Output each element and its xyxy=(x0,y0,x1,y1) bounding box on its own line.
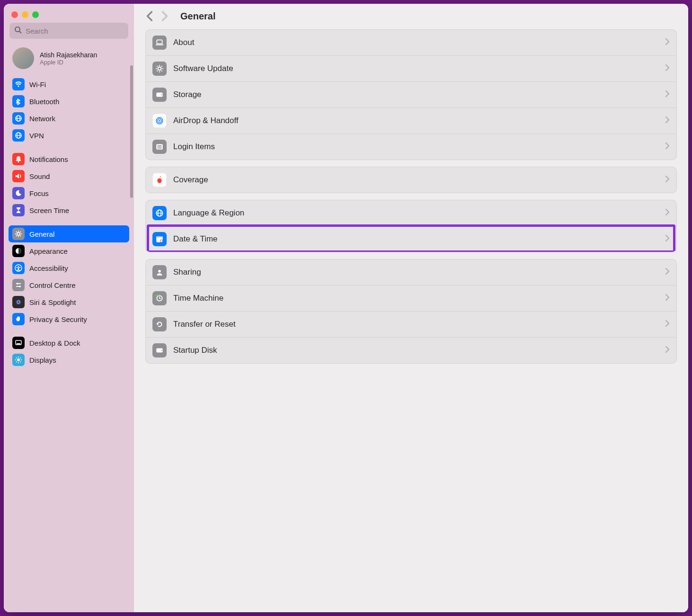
back-button[interactable] xyxy=(145,10,154,22)
laptop-icon xyxy=(152,36,167,50)
sidebar-item-displays[interactable]: Displays xyxy=(9,351,129,368)
sidebar-item-label: General xyxy=(29,230,54,238)
ccw-icon xyxy=(152,317,167,331)
user-subtitle: Apple ID xyxy=(40,59,97,66)
row-sharing[interactable]: Sharing xyxy=(146,259,676,285)
row-coverage[interactable]: Coverage xyxy=(146,167,676,193)
avatar xyxy=(12,47,34,69)
row-label: Login Items xyxy=(173,142,658,152)
sun-icon xyxy=(12,354,25,366)
sidebar: Atish Rajasekharan Apple ID Wi-FiBluetoo… xyxy=(4,4,134,612)
sidebar-item-screentime[interactable]: Screen Time xyxy=(9,202,129,219)
sidebar-item-label: Siri & Spotlight xyxy=(29,298,76,306)
sidebar-item-accessibility[interactable]: Accessibility xyxy=(9,259,129,277)
settings-group: Coverage xyxy=(145,167,677,193)
moon-icon xyxy=(12,187,25,199)
sidebar-item-privacy[interactable]: Privacy & Security xyxy=(9,311,129,328)
chevron-right-icon xyxy=(665,143,670,151)
gear-icon xyxy=(12,228,25,240)
sidebar-item-sound[interactable]: Sound xyxy=(9,168,129,185)
fullscreen-button[interactable] xyxy=(32,11,39,18)
search-field[interactable] xyxy=(9,23,128,39)
sidebar-item-label: Appearance xyxy=(29,247,68,255)
sidebar-item-siri[interactable]: Siri & Spotlight xyxy=(9,294,129,311)
sidebar-item-label: Bluetooth xyxy=(29,98,59,106)
sidebar-item-label: VPN xyxy=(29,132,44,140)
globe-icon xyxy=(12,129,25,142)
close-button[interactable] xyxy=(11,11,18,18)
row-label: Coverage xyxy=(173,175,658,185)
chevron-right-icon xyxy=(665,176,670,184)
row-label: Transfer or Reset xyxy=(173,320,658,329)
sidebar-item-appearance[interactable]: Appearance xyxy=(9,242,129,259)
sidebar-item-bluetooth[interactable]: Bluetooth xyxy=(9,93,129,110)
sidebar-item-label: Focus xyxy=(29,189,49,197)
gear-icon xyxy=(152,62,167,76)
search-input[interactable] xyxy=(26,27,124,35)
search-icon xyxy=(14,26,22,36)
siri-icon xyxy=(12,296,25,308)
row-loginitems[interactable]: Login Items xyxy=(146,134,676,160)
forward-button[interactable] xyxy=(160,10,169,22)
sidebar-item-wifi[interactable]: Wi-Fi xyxy=(9,76,129,93)
main-panel: General AboutSoftware UpdateStorageAirDr… xyxy=(134,4,688,612)
apple-icon xyxy=(152,173,167,187)
chevron-right-icon xyxy=(665,64,670,73)
chevron-right-icon xyxy=(665,209,670,217)
sidebar-item-label: Desktop & Dock xyxy=(29,339,80,347)
row-airdrop[interactable]: AirDrop & Handoff xyxy=(146,107,676,134)
sliders-icon xyxy=(12,279,25,291)
clockccw-icon xyxy=(152,291,167,305)
chevron-right-icon xyxy=(665,235,670,243)
row-label: Language & Region xyxy=(173,208,658,218)
row-datetime[interactable]: Date & Time xyxy=(146,226,676,252)
sidebar-item-label: Notifications xyxy=(29,155,68,163)
person-icon xyxy=(152,265,167,279)
sidebar-item-notifications[interactable]: Notifications xyxy=(9,151,129,168)
settings-group: SharingTime MachineTransfer or ResetStar… xyxy=(145,259,677,364)
row-startupdisk[interactable]: Startup Disk xyxy=(146,337,676,363)
sidebar-item-general[interactable]: General xyxy=(9,225,129,242)
sidebar-item-desktopdock[interactable]: Desktop & Dock xyxy=(9,334,129,351)
sidebar-item-label: Displays xyxy=(29,356,56,364)
bluetooth-icon xyxy=(12,95,25,107)
calendar-icon xyxy=(152,232,167,246)
row-label: Software Update xyxy=(173,64,658,73)
row-label: Storage xyxy=(173,90,658,99)
window-controls xyxy=(4,9,134,23)
settings-group: AboutSoftware UpdateStorageAirDrop & Han… xyxy=(145,29,677,160)
row-label: Sharing xyxy=(173,268,658,277)
sidebar-item-controlcentre[interactable]: Control Centre xyxy=(9,277,129,294)
sidebar-item-label: Screen Time xyxy=(29,206,69,214)
hourglass-icon xyxy=(12,204,25,216)
sidebar-item-focus[interactable]: Focus xyxy=(9,185,129,202)
row-about[interactable]: About xyxy=(146,30,676,55)
sidebar-item-label: Privacy & Security xyxy=(29,315,87,323)
user-name: Atish Rajasekharan xyxy=(40,51,97,59)
globe-icon xyxy=(152,206,167,220)
chevron-right-icon xyxy=(665,90,670,99)
globe-icon xyxy=(12,112,25,125)
speaker-icon xyxy=(12,170,25,182)
row-softwareupdate[interactable]: Software Update xyxy=(146,55,676,81)
settings-group: Language & RegionDate & Time xyxy=(145,200,677,252)
disk-icon xyxy=(152,88,167,102)
chevron-right-icon xyxy=(665,268,670,277)
apple-id-row[interactable]: Atish Rajasekharan Apple ID xyxy=(4,44,134,73)
airdrop-icon xyxy=(152,114,167,128)
row-timemachine[interactable]: Time Machine xyxy=(146,285,676,311)
chevron-right-icon xyxy=(665,346,670,355)
sidebar-scrollbar[interactable] xyxy=(130,65,133,198)
row-storage[interactable]: Storage xyxy=(146,81,676,107)
sidebar-item-vpn[interactable]: VPN xyxy=(9,127,129,144)
row-label: Startup Disk xyxy=(173,346,658,355)
settings-window: Atish Rajasekharan Apple ID Wi-FiBluetoo… xyxy=(4,4,688,612)
sidebar-item-label: Wi-Fi xyxy=(29,80,46,89)
sidebar-item-label: Control Centre xyxy=(29,281,76,289)
hand-icon xyxy=(12,313,25,325)
sidebar-item-label: Accessibility xyxy=(29,264,68,272)
row-language[interactable]: Language & Region xyxy=(146,200,676,226)
sidebar-item-network[interactable]: Network xyxy=(9,110,129,127)
row-transfer[interactable]: Transfer or Reset xyxy=(146,311,676,337)
minimize-button[interactable] xyxy=(22,11,28,18)
